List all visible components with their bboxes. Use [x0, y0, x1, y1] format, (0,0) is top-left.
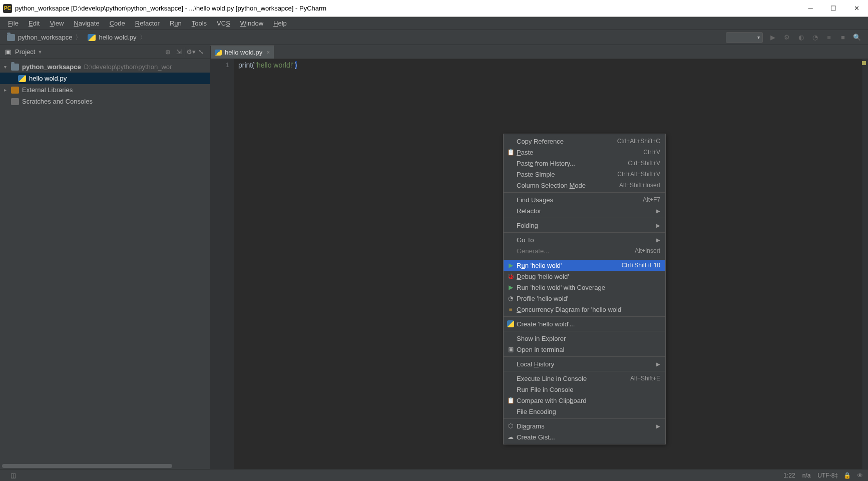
search-everywhere-icon[interactable]: 🔍 — [851, 32, 862, 43]
tree-external-libs[interactable]: ▸ External Libraries — [0, 84, 210, 96]
context-menu-item-show-in-explorer[interactable]: Show in Explorer — [504, 333, 665, 344]
context-menu-item-folding[interactable]: Folding▶ — [504, 220, 665, 231]
close-tab-icon[interactable]: × — [266, 49, 270, 56]
code-token-function: print — [238, 61, 252, 69]
menu-edit[interactable]: Edit — [24, 19, 45, 28]
menu-view[interactable]: View — [45, 19, 69, 28]
paste-icon: 📋 — [506, 148, 516, 156]
context-menu-item-label: Open in terminal — [517, 346, 660, 353]
hide-panel-icon[interactable]: ⤡ — [196, 47, 206, 57]
tree-root-node[interactable]: ▾ python_worksapce D:\develop\python\pyt… — [0, 61, 210, 73]
context-menu-item-label: Compare with Clipboard — [517, 397, 660, 404]
lock-icon[interactable]: 🔒 — [843, 471, 851, 479]
context-menu-item-run-hello-wold-with-coverage[interactable]: ▶Run 'hello wold' with Coverage — [504, 282, 665, 293]
diag-icon: ⬡ — [506, 422, 516, 430]
tree-scratches[interactable]: Scratches and Consoles — [0, 96, 210, 107]
editor-tab-label: hello wold.py — [225, 49, 262, 56]
tool-windows-toggle-icon[interactable]: ◫ — [9, 471, 17, 479]
project-view-chevron-icon[interactable]: ▼ — [38, 50, 42, 55]
tree-root-path: D:\develop\python\python_wor — [84, 63, 172, 71]
gutter-line-number: 1 — [210, 61, 229, 69]
expand-arrow-icon[interactable]: ▸ — [4, 87, 11, 93]
menu-tools[interactable]: Tools — [187, 19, 212, 28]
editor-error-stripe[interactable] — [862, 59, 868, 469]
context-menu-separator — [504, 371, 665, 371]
context-menu-item-run-file-in-console[interactable]: Run File in Console — [504, 384, 665, 395]
blank-icon — [506, 407, 516, 415]
context-menu-item-paste[interactable]: 📋PasteCtrl+V — [504, 147, 665, 158]
context-menu-item-generate: Generate...Alt+Insert — [504, 245, 665, 256]
context-menu-item-copy-reference[interactable]: Copy ReferenceCtrl+Alt+Shift+C — [504, 136, 665, 147]
context-menu-item-debug-hello-wold[interactable]: 🐞Debug 'hello wold' — [504, 271, 665, 282]
submenu-arrow-icon: ▶ — [656, 237, 660, 243]
context-menu-item-find-usages[interactable]: Find UsagesAlt+F7 — [504, 194, 665, 205]
caret-position[interactable]: 1:22 — [783, 472, 795, 479]
context-menu-shortcut: Ctrl+Alt+Shift+C — [617, 138, 660, 145]
collapse-all-icon[interactable]: ⇲ — [174, 47, 184, 57]
scrollbar-thumb[interactable] — [2, 464, 172, 468]
context-menu-separator — [504, 356, 665, 357]
context-menu-item-refactor[interactable]: Refactor▶ — [504, 205, 665, 216]
context-menu-item-go-to[interactable]: Go To▶ — [504, 234, 665, 245]
editor-tab[interactable]: hello wold.py × — [210, 46, 274, 59]
stop-button-icon[interactable]: ■ — [837, 32, 848, 43]
context-menu-item-local-history[interactable]: Local History▶ — [504, 358, 665, 369]
menu-vcs[interactable]: VCS — [212, 19, 235, 28]
menu-code[interactable]: Code — [105, 19, 130, 28]
context-menu-item-label: Execute Line in Console — [517, 375, 625, 382]
submenu-arrow-icon: ▶ — [656, 223, 660, 228]
context-menu-shortcut: Alt+Shift+Insert — [619, 182, 660, 189]
menu-window[interactable]: Window — [235, 19, 268, 28]
context-menu-item-label: Debug 'hello wold' — [517, 273, 660, 280]
main-menubar: FileEditViewNavigateCodeRefactorRunTools… — [0, 17, 868, 30]
context-menu-item-compare-with-clipboard[interactable]: 📋Compare with Clipboard — [504, 395, 665, 406]
inspections-eye-icon[interactable]: 👁 — [856, 471, 864, 479]
debug-button-icon[interactable]: ⚙ — [781, 32, 792, 43]
project-panel-icon: ▣ — [4, 48, 12, 56]
file-encoding[interactable]: UTF-8‡ — [817, 472, 838, 479]
context-menu-item-execute-line-in-console[interactable]: Execute Line in ConsoleAlt+Shift+E — [504, 373, 665, 384]
context-menu-item-column-selection-mode[interactable]: Column Selection ModeAlt+Shift+Insert — [504, 180, 665, 191]
profile-button-icon[interactable]: ◔ — [809, 32, 820, 43]
context-menu-item-label: Refactor — [517, 207, 656, 215]
settings-gear-icon[interactable]: ⚙▾ — [185, 47, 195, 57]
context-menu-item-paste-simple[interactable]: Paste SimpleCtrl+Alt+Shift+V — [504, 169, 665, 180]
context-menu-item-concurrency-diagram-for-hello-wold[interactable]: ≡Concurrency Diagram for 'hello wold' — [504, 304, 665, 315]
tree-file-node[interactable]: hello wold.py — [0, 73, 210, 84]
context-menu-item-profile-hello-wold[interactable]: ◔Profile 'hello wold' — [504, 293, 665, 304]
context-menu-item-open-in-terminal[interactable]: ▣Open in terminal — [504, 344, 665, 355]
concurrency-button-icon[interactable]: ≡ — [823, 32, 834, 43]
python-file-icon — [88, 34, 96, 41]
context-menu-item-paste-from-history[interactable]: Paste from History...Ctrl+Shift+V — [504, 158, 665, 169]
scroll-from-source-icon[interactable]: ⊕ — [163, 47, 173, 57]
breadcrumb-file[interactable]: hello wold.py 〉 — [85, 33, 149, 42]
blank-icon — [506, 221, 516, 229]
sidebar-horizontal-scrollbar[interactable] — [0, 464, 210, 469]
menu-file[interactable]: File — [3, 19, 24, 28]
context-menu-shortcut: Ctrl+Shift+F10 — [622, 262, 660, 269]
menu-navigate[interactable]: Navigate — [69, 19, 104, 28]
breadcrumb-root[interactable]: python_worksapce 〉 — [4, 33, 85, 42]
coverage-button-icon[interactable]: ◐ — [795, 32, 806, 43]
insert-mode[interactable]: n/a — [802, 472, 811, 479]
menu-run[interactable]: Run — [165, 19, 187, 28]
project-tree[interactable]: ▾ python_worksapce D:\develop\python\pyt… — [0, 59, 210, 464]
context-menu-separator — [504, 418, 665, 419]
expand-arrow-icon[interactable]: ▾ — [4, 64, 11, 70]
submenu-arrow-icon: ▶ — [656, 361, 660, 367]
menu-refactor[interactable]: Refactor — [130, 19, 165, 28]
context-menu-item-run-hello-wold[interactable]: ▶Run 'hello wold'Ctrl+Shift+F10 — [504, 260, 665, 271]
breadcrumb-separator: 〉 — [140, 33, 146, 42]
window-minimize-button[interactable]: ─ — [799, 1, 822, 17]
inspection-indicator-icon[interactable] — [862, 61, 866, 65]
window-close-button[interactable]: ✕ — [845, 1, 868, 17]
window-maximize-button[interactable]: ☐ — [822, 1, 845, 17]
context-menu-item-create-hello-wold[interactable]: Create 'hello wold'... — [504, 318, 665, 329]
run-button-icon[interactable]: ▶ — [767, 32, 778, 43]
menu-help[interactable]: Help — [268, 19, 292, 28]
context-menu-item-file-encoding[interactable]: File Encoding — [504, 406, 665, 417]
context-menu-shortcut: Alt+F7 — [643, 196, 660, 203]
context-menu-item-diagrams[interactable]: ⬡Diagrams▶ — [504, 420, 665, 431]
run-config-selector[interactable]: ▾ — [726, 32, 763, 43]
context-menu-item-create-gist[interactable]: ☁Create Gist... — [504, 431, 665, 442]
